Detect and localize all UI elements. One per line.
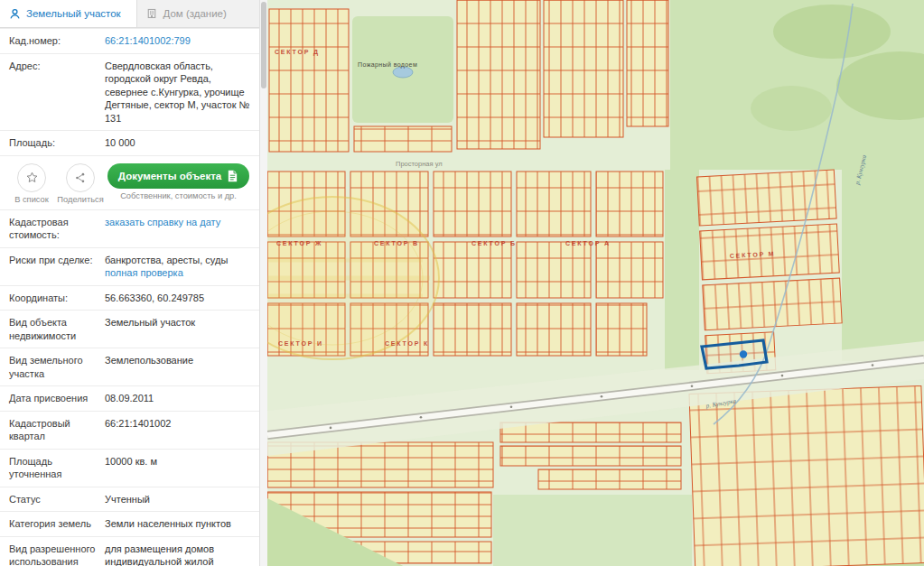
cadastral-map[interactable]: СЕКТОР Д Пожарный водоем Просторная ул С… — [267, 0, 924, 566]
field-area-label: Площадь: — [9, 136, 105, 150]
star-icon — [17, 163, 46, 192]
field-coordinates: Координаты: 56.663360, 60.249785 — [0, 285, 259, 311]
add-to-list-button[interactable]: В список — [7, 163, 56, 204]
object-info-panel: Земельный участок Дом (здание) Кад.номер… — [0, 0, 260, 566]
field-land-category: Категория земель Земли населенных пункто… — [0, 511, 259, 536]
field-refined-area-value: 10000 кв. м — [105, 455, 250, 481]
field-status: Статус Учтенный — [0, 487, 259, 512]
field-status-value: Учтенный — [105, 493, 250, 506]
person-icon — [9, 8, 21, 20]
map-label-sector-k: СЕКТОР К — [385, 340, 429, 347]
tab-land-label: Земельный участок — [26, 8, 121, 19]
field-cadastral-block-label: Кадастровый квартал — [9, 417, 105, 443]
field-object-type-value: Земельный участок — [105, 316, 250, 342]
object-documents-button[interactable]: Документы объекта — [107, 163, 249, 189]
full-check-link[interactable]: полная проверка — [105, 266, 183, 280]
map-label-sector-b: СЕКТОР Б — [471, 240, 517, 246]
fire-pond — [393, 67, 413, 78]
field-address-value: Свердловская область, городской округ Ре… — [105, 60, 250, 125]
order-certificate-link[interactable]: заказать справку на дату — [105, 216, 220, 229]
parcel-blocks-bottom-right — [689, 386, 924, 566]
field-cad-number-label: Кад.номер: — [9, 34, 105, 48]
documents-block: Документы объекта Собственник, стоимость… — [105, 163, 252, 200]
map-viewport: СЕКТОР Д Пожарный водоем Просторная ул С… — [267, 0, 924, 566]
parcel-blocks-top — [269, 0, 668, 152]
add-to-list-label: В список — [7, 195, 56, 204]
app-window: Земельный участок Дом (здание) Кад.номер… — [0, 0, 924, 566]
map-label-sector-zh: СЕКТОР Ж — [276, 240, 322, 246]
field-permitted-use-value: для размещения домов индивидуальной жило… — [105, 543, 250, 566]
tab-house-label: Дом (здание) — [163, 8, 226, 19]
share-icon — [66, 163, 95, 192]
field-deal-risks-value: банкротства, аресты, суды — [105, 255, 228, 265]
field-area: Площадь: 10 000 — [0, 130, 259, 155]
map-label-pond: Пожарный водоем — [358, 61, 417, 69]
field-deal-risks-label: Риски при сделке: — [9, 254, 105, 280]
field-coordinates-value: 56.663360, 60.249785 — [105, 292, 250, 305]
field-parcel-type: Вид земельного участка Землепользование — [0, 348, 259, 385]
object-tabs: Земельный участок Дом (здание) — [0, 0, 259, 28]
actions-bar: В список Поделиться Документы объекта — [0, 155, 259, 209]
field-cadastral-cost-label: Кадастровая стоимость: — [9, 216, 105, 242]
panel-scrollbar-track[interactable] — [260, 0, 267, 566]
field-deal-risks: Риски при сделке: банкротства, аресты, с… — [0, 247, 259, 285]
field-land-category-label: Категория земель — [9, 517, 105, 531]
field-land-category-value: Земли населенных пунктов — [105, 517, 250, 531]
field-cad-number-value: 66:21:1401002:799 — [105, 34, 250, 48]
field-object-type: Вид объекта недвижимости Земельный участ… — [0, 310, 259, 348]
tab-land-parcel[interactable]: Земельный участок — [0, 0, 136, 27]
field-status-label: Статус — [9, 493, 105, 506]
field-cadastral-cost: Кадастровая стоимость: заказать справку … — [0, 209, 259, 247]
map-label-sector-d: СЕКТОР Д — [275, 49, 320, 56]
document-icon — [227, 170, 238, 182]
parcel-marker-dot — [740, 350, 747, 357]
field-cad-number: Кад.номер: 66:21:1401002:799 — [0, 28, 259, 53]
field-parcel-type-value: Землепользование — [105, 354, 250, 380]
field-refined-area-label: Площадь уточненная — [9, 455, 105, 481]
field-assignment-date-value: 08.09.2011 — [105, 392, 250, 405]
field-refined-area: Площадь уточненная 10000 кв. м — [0, 449, 259, 487]
selected-parcel-outline[interactable] — [702, 340, 767, 368]
building-icon — [146, 8, 157, 19]
field-cadastral-block: Кадастровый квартал 66:21:1401002 — [0, 411, 259, 449]
map-label-sector-i: СЕКТОР И — [278, 340, 323, 347]
map-label-sector-v: СЕКТОР В — [374, 240, 419, 246]
map-label-sector-a: СЕКТОР А — [565, 240, 611, 246]
object-documents-label: Документы объекта — [118, 171, 221, 181]
field-cadastral-block-value: 66:21:1401002 — [105, 417, 250, 443]
field-permitted-use-label: Вид разрешенного использования — [9, 543, 105, 566]
documents-subtitle: Собственник, стоимость и др. — [105, 191, 252, 200]
field-coordinates-label: Координаты: — [9, 292, 105, 305]
field-parcel-type-label: Вид земельного участка — [9, 354, 105, 380]
field-assignment-date-label: Дата присвоения — [9, 392, 105, 405]
field-object-type-label: Вид объекта недвижимости — [9, 316, 105, 342]
field-assignment-date: Дата присвоения 08.09.2011 — [0, 385, 259, 411]
field-area-value: 10 000 — [105, 136, 250, 150]
field-address-label: Адрес: — [9, 60, 105, 125]
share-label: Поделиться — [56, 195, 105, 204]
panel-scrollbar-thumb[interactable] — [261, 2, 266, 88]
share-button[interactable]: Поделиться — [56, 163, 105, 204]
field-permitted-use: Вид разрешенного использования для разме… — [0, 536, 259, 566]
field-address: Адрес: Свердловская область, городской о… — [0, 53, 259, 131]
map-label-street: Просторная ул — [396, 160, 443, 168]
tab-house-building[interactable]: Дом (здание) — [136, 0, 259, 27]
